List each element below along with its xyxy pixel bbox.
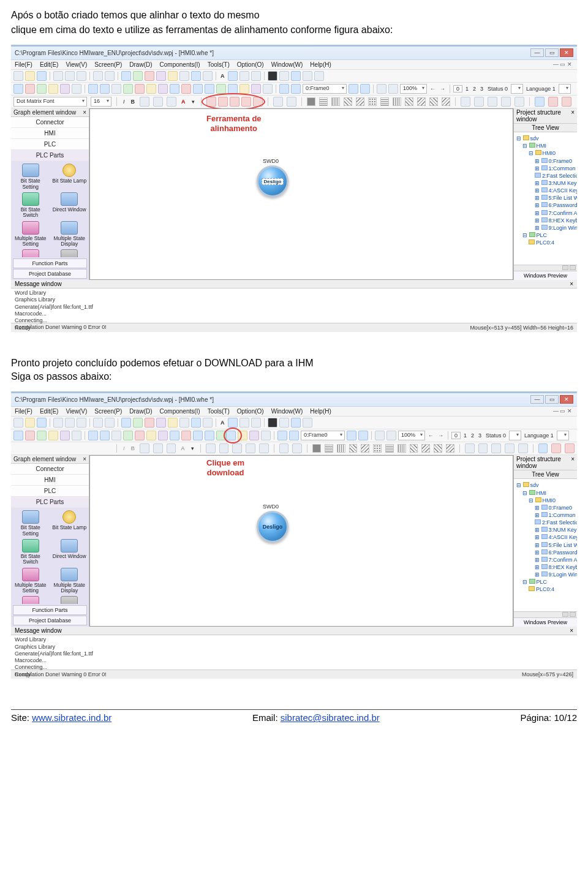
tool-icon[interactable] — [292, 443, 302, 453]
menu-tools[interactable]: Tools(T) — [208, 61, 230, 68]
tool-icon[interactable] — [72, 84, 81, 94]
side-item-hmi[interactable]: HMI — [11, 128, 89, 139]
menu-window[interactable]: Window(W) — [271, 61, 303, 68]
panel-close-icon[interactable]: × — [83, 456, 86, 462]
side-item-connector[interactable]: Connector — [11, 117, 89, 128]
tool-icon[interactable] — [273, 97, 283, 107]
compile-icon[interactable] — [216, 431, 226, 440]
tool-icon[interactable] — [77, 418, 86, 428]
status-spin[interactable] — [511, 84, 523, 94]
lang-spin[interactable] — [557, 431, 569, 440]
panel-close-icon[interactable]: × — [570, 627, 573, 634]
tool-icon[interactable] — [505, 443, 514, 453]
redo-icon[interactable] — [105, 71, 115, 81]
menu-components[interactable]: Components(I) — [160, 61, 200, 68]
tool-icon[interactable] — [246, 443, 255, 453]
tool-icon[interactable] — [251, 71, 261, 81]
tool-icon[interactable] — [111, 84, 121, 94]
palette-bit-switch[interactable]: Bit State Switch — [12, 192, 49, 219]
side-item-plcparts[interactable]: PLC Parts — [11, 497, 89, 508]
side-item-plc[interactable]: PLC — [11, 486, 89, 497]
tool-icon[interactable] — [203, 418, 213, 428]
line-icon[interactable] — [474, 97, 484, 107]
align-center-icon[interactable] — [153, 97, 163, 107]
tool-icon[interactable] — [158, 431, 168, 440]
lang-spin[interactable] — [559, 84, 571, 94]
tool-icon[interactable] — [72, 431, 81, 440]
menu-screen[interactable]: Screen(P) — [94, 61, 122, 68]
maximize-button[interactable]: ▭ — [545, 48, 559, 57]
tool-icon[interactable] — [48, 431, 58, 440]
nav-prev-icon[interactable] — [291, 84, 301, 94]
palette-mstate-disp[interactable]: Multiple State Display — [51, 221, 88, 247]
tool-icon[interactable] — [478, 443, 488, 453]
tool-icon[interactable] — [168, 71, 178, 81]
tool-icon[interactable] — [277, 431, 287, 440]
tool-icon[interactable] — [219, 443, 229, 453]
tool-icon[interactable] — [13, 418, 23, 428]
tool-icon[interactable] — [538, 443, 548, 453]
tool-icon[interactable] — [37, 431, 47, 440]
line-icon[interactable] — [514, 97, 524, 107]
tool-icon[interactable] — [145, 71, 154, 81]
italic-icon[interactable]: I — [122, 99, 126, 105]
palette-item[interactable]: Multiple State Setting — [12, 568, 49, 594]
palette-scrollbar[interactable]: Scroll Bar — [51, 249, 88, 257]
menu-tools[interactable]: Tools(T) — [208, 408, 230, 415]
font-family-select[interactable]: Dot Matrix Font — [13, 97, 87, 107]
menu-edit[interactable]: Edit(E) — [40, 408, 59, 415]
tree-scrollbar[interactable] — [514, 265, 577, 271]
download-icon[interactable] — [228, 84, 238, 94]
tool-icon[interactable] — [13, 84, 23, 94]
tool-icon[interactable] — [228, 418, 238, 428]
menu-option[interactable]: Option(O) — [237, 408, 264, 415]
tool-icon[interactable] — [121, 71, 131, 81]
menu-screen[interactable]: Screen(P) — [94, 408, 122, 415]
menu-window[interactable]: Window(W) — [271, 408, 303, 415]
menu-help[interactable]: Help(H) — [310, 61, 331, 68]
tool-icon[interactable] — [548, 97, 558, 107]
tool-icon[interactable] — [48, 84, 58, 94]
tool-icon[interactable] — [181, 431, 191, 440]
minimize-button[interactable]: — — [530, 48, 544, 57]
palette-item[interactable]: Bit State Switch — [12, 539, 49, 565]
tool-icon[interactable] — [181, 84, 191, 94]
tool-icon[interactable] — [263, 84, 273, 94]
undo-icon[interactable] — [93, 71, 103, 81]
pattern-icon[interactable] — [380, 97, 389, 106]
line-icon[interactable] — [461, 97, 470, 107]
tool-icon[interactable] — [93, 418, 103, 428]
tool-icon[interactable] — [239, 418, 249, 428]
panel-close-icon[interactable]: × — [570, 281, 573, 287]
menu-draw[interactable]: Draw(D) — [129, 408, 152, 415]
round-button[interactable]: Desligo — [257, 511, 288, 543]
close-button[interactable]: ✕ — [560, 395, 573, 404]
tool-icon[interactable] — [37, 84, 47, 94]
palette-item[interactable]: Multiple State Switch — [12, 596, 49, 604]
tool-icon[interactable] — [123, 431, 133, 440]
tool-icon[interactable] — [291, 71, 301, 81]
palette-item[interactable]: Multiple State Display — [51, 568, 88, 594]
align-right-icon[interactable] — [167, 97, 176, 107]
pattern-icon[interactable] — [307, 97, 315, 106]
side-item-plc[interactable]: PLC — [11, 139, 89, 150]
line-icon[interactable] — [501, 97, 511, 107]
tool-icon[interactable] — [140, 443, 149, 453]
tool-icon[interactable] — [232, 443, 242, 453]
state-3[interactable]: 3 — [479, 86, 484, 92]
align-left-icon[interactable] — [140, 97, 149, 107]
project-tree[interactable]: ⊟ sdv ⊟ HMI ⊟ HMI0 ⊞ 0:Frame0 ⊞ 1:Common… — [514, 479, 577, 611]
panel-close-icon[interactable]: × — [571, 109, 575, 123]
frame-select[interactable]: 0:Frame0 — [301, 431, 345, 440]
bold-icon[interactable]: B — [130, 99, 137, 105]
menu-view[interactable]: View(V) — [66, 61, 87, 68]
function-parts-button[interactable]: Function Parts — [13, 258, 87, 268]
open-icon[interactable] — [25, 71, 35, 81]
tree-scrollbar[interactable] — [514, 611, 577, 617]
nav-last-icon[interactable] — [360, 84, 370, 94]
tool-icon[interactable] — [168, 418, 178, 428]
tool-icon[interactable] — [167, 443, 176, 453]
tool-icon[interactable] — [238, 431, 247, 440]
tool-icon[interactable] — [375, 431, 385, 440]
state-2[interactable]: 2 — [472, 86, 477, 92]
